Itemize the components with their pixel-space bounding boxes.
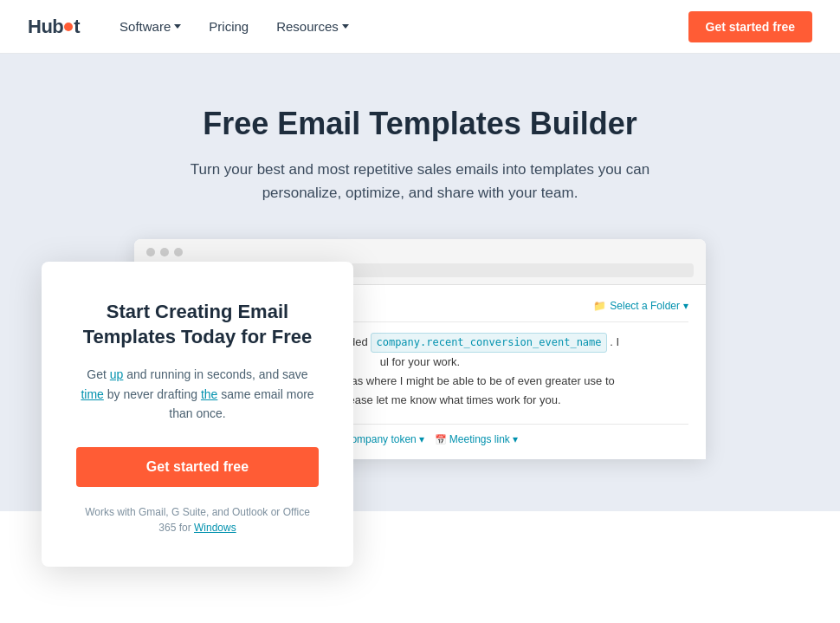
browser-dot-1: [146, 248, 155, 256]
hero-title: Free Email Templates Builder: [28, 106, 812, 142]
token-tag[interactable]: company.recent_conversion_event_name: [371, 333, 606, 352]
logo[interactable]: Hubt: [28, 16, 80, 38]
folder-icon: 📁: [593, 300, 606, 312]
nav-links: Software Pricing Resources: [107, 12, 688, 41]
nav-cta-button[interactable]: Get started free: [688, 11, 812, 42]
hero-subtitle: Turn your best and most repetitive sales…: [186, 158, 654, 204]
floating-card: Start Creating Email Templates Today for…: [42, 262, 353, 567]
nav-pricing[interactable]: Pricing: [197, 12, 261, 41]
nav-resources[interactable]: Resources: [264, 12, 361, 41]
browser-dots: [146, 248, 694, 256]
nav-software[interactable]: Software: [107, 12, 193, 41]
resources-chevron-icon: [342, 24, 349, 29]
browser-dot-3: [174, 248, 183, 256]
select-folder-chevron-icon: ▾: [683, 300, 688, 312]
card-link-time[interactable]: time: [81, 387, 103, 401]
company-chevron-icon: ▾: [419, 433, 424, 445]
card-link-the[interactable]: the: [201, 387, 217, 401]
hero-section: Free Email Templates Builder Turn your b…: [0, 54, 840, 459]
card-link-up[interactable]: up: [110, 367, 124, 381]
software-chevron-icon: [174, 24, 181, 29]
meetings-chevron-icon: ▾: [513, 433, 518, 445]
logo-spot: [64, 23, 73, 31]
navbar: Hubt Software Pricing Resources Get star…: [0, 0, 840, 54]
card-cta-button[interactable]: Get started free: [76, 447, 319, 487]
toolbar-meetings-link[interactable]: 📅 Meetings link ▾: [435, 433, 518, 445]
card-subtitle: Get up and running in seconds, and save …: [76, 365, 319, 423]
card-note-windows-link[interactable]: Windows: [194, 522, 236, 534]
card-note: Works with Gmail, G Suite, and Outlook o…: [76, 504, 319, 535]
select-folder-button[interactable]: 📁 Select a Folder ▾: [593, 300, 688, 312]
calendar-icon: 📅: [435, 434, 447, 445]
browser-dot-2: [160, 248, 169, 256]
card-title: Start Creating Email Templates Today for…: [76, 300, 319, 349]
logo-text: Hubt: [28, 16, 80, 38]
